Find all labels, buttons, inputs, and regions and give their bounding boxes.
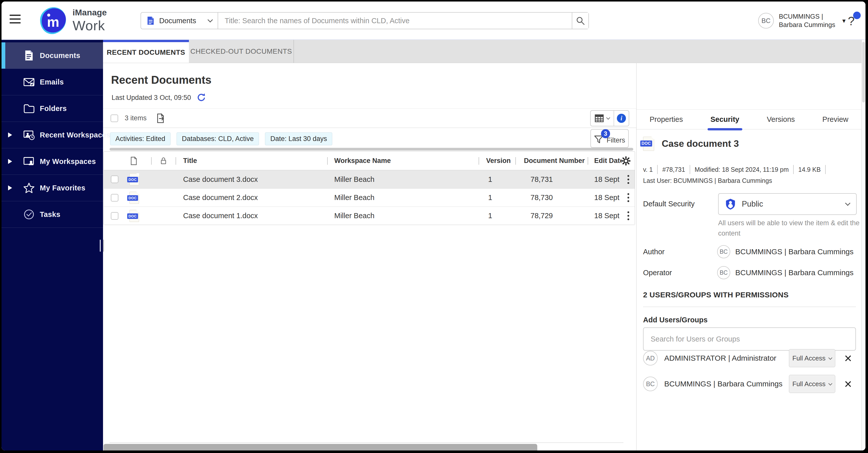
search-scope-select[interactable]: Documents	[141, 12, 218, 29]
filter-chip-date[interactable]: Date: Last 30 days	[265, 133, 332, 145]
sidebar-item-tasks[interactable]: Tasks	[1, 201, 103, 228]
brand-work: Work	[72, 19, 107, 32]
panel-resize-handle[interactable]	[100, 239, 104, 252]
sidebar-item-my-favorites[interactable]: My Favorites	[1, 175, 103, 201]
cell-title[interactable]: Case document 3.docx	[176, 175, 327, 183]
row-menu-kebab-icon[interactable]	[627, 193, 629, 202]
last-updated-text: Last Updated 3 Oct, 09:50	[112, 94, 191, 102]
app-window: m iManage Work Documents	[1, 1, 866, 451]
operator-row: Operator BC BCUMMINGS | Barbara Cummings	[643, 265, 857, 280]
tab-properties[interactable]: Properties	[650, 110, 683, 129]
cell-edit-date: 18 Sept 2024, 11:19 pm	[588, 211, 621, 220]
table-top-scrollbar[interactable]	[110, 148, 633, 150]
tab-versions[interactable]: Versions	[767, 110, 795, 129]
sidebar-item-label: Tasks	[40, 210, 60, 219]
row-menu-kebab-icon[interactable]	[627, 211, 629, 220]
user-name-line1: BCUMMINGS |	[779, 12, 835, 21]
cell-title[interactable]: Case document 1.docx	[176, 211, 327, 220]
filter-chip-databases[interactable]: Databases: CLD, Active	[177, 133, 259, 145]
export-button[interactable]	[156, 113, 166, 123]
shield-user-icon	[725, 198, 736, 210]
table-row[interactable]: DOC Case document 3.docx Miller Beach 1 …	[104, 170, 635, 189]
header-workspace-name[interactable]: Workspace Name	[327, 151, 478, 170]
panel-tabs: Properties Security Versions Preview	[637, 110, 862, 130]
tab-strip: RECENT DOCUMENTS CHECKED-OUT DOCUMENTS	[103, 40, 862, 63]
search-scope-label: Documents	[159, 17, 203, 25]
remove-permission-button[interactable]: ×	[844, 351, 852, 365]
details-panel: Properties Security Versions Preview DOC…	[636, 63, 862, 451]
sidebar-item-label: Emails	[40, 78, 64, 86]
close-icon: ×	[844, 351, 852, 366]
search-input[interactable]	[218, 12, 572, 29]
hamburger-menu-icon[interactable]	[9, 15, 21, 24]
document-icon	[147, 16, 154, 25]
cell-edit-date: 18 Sept 2024, 11:19 pm	[588, 175, 621, 183]
access-level-value: Full Access	[793, 355, 826, 362]
row-select-cell: DOC	[104, 189, 151, 206]
documents-icon	[23, 50, 35, 61]
info-button[interactable]: i	[614, 114, 629, 123]
row-checkbox[interactable]	[111, 194, 118, 201]
vertical-scrollbar[interactable]	[862, 40, 866, 451]
expand-arrow-icon[interactable]	[8, 159, 12, 164]
default-security-select[interactable]: Public	[718, 193, 857, 215]
sidebar-item-label: My Workspaces	[40, 158, 96, 166]
tab-preview[interactable]: Preview	[823, 110, 848, 129]
doc-type-badge: DOC	[127, 195, 138, 201]
notification-dot	[853, 11, 861, 19]
list-toolbar: 3 items i	[103, 109, 636, 128]
header-settings[interactable]	[621, 151, 635, 170]
chevron-down-icon	[829, 356, 833, 360]
row-checkbox[interactable]	[111, 212, 118, 220]
horizontal-scrollbar-thumb[interactable]	[103, 444, 537, 451]
header-edit-date[interactable]: Edit Date	[588, 151, 621, 170]
table-row[interactable]: DOC Case document 2.docx Miller Beach 1 …	[104, 189, 635, 206]
header-version[interactable]: Version	[478, 151, 515, 170]
lock-icon	[160, 157, 167, 165]
sidebar-item-label: Folders	[40, 105, 67, 113]
recent-workspaces-icon	[23, 129, 35, 141]
doc-type-badge: DOC	[127, 177, 138, 182]
access-level-select[interactable]: Full Access	[789, 375, 835, 393]
imanage-logo-icon: m	[39, 6, 67, 35]
remove-permission-button[interactable]: ×	[844, 377, 852, 391]
help-button[interactable]: ?	[848, 14, 855, 28]
tab-security[interactable]: Security	[711, 110, 739, 129]
table-view-icon	[595, 114, 604, 122]
sidebar-item-my-workspaces[interactable]: My Workspaces	[1, 148, 103, 175]
filter-chip-activities[interactable]: Activities: Edited	[110, 133, 170, 145]
doc-file-icon: DOC	[129, 210, 139, 222]
expand-arrow-icon[interactable]	[8, 133, 12, 138]
user-avatar: BC	[758, 13, 774, 28]
chevron-down-icon	[208, 17, 213, 22]
header-lock[interactable]	[151, 151, 176, 170]
author-label: Author	[643, 248, 717, 256]
filters-button[interactable]: 3 Filters	[590, 129, 629, 148]
row-menu-kebab-icon[interactable]	[627, 175, 629, 184]
users-groups-search-input[interactable]	[643, 328, 856, 350]
refresh-button[interactable]	[196, 93, 206, 103]
search-button[interactable]	[572, 12, 588, 29]
vertical-scrollbar-thumb[interactable]	[862, 42, 865, 103]
tab-recent-documents[interactable]: RECENT DOCUMENTS	[103, 40, 189, 63]
row-select-cell: DOC	[104, 170, 151, 189]
sidebar-item-folders[interactable]: Folders	[1, 95, 103, 122]
sidebar-item-emails[interactable]: Emails	[1, 69, 103, 95]
header-document-number[interactable]: Document Number	[515, 151, 588, 170]
cell-title[interactable]: Case document 2.docx	[176, 194, 327, 202]
cell-version: 1	[478, 211, 515, 220]
header-doc-type[interactable]	[104, 151, 151, 170]
expand-arrow-icon[interactable]	[8, 186, 12, 191]
sidebar-item-recent-workspaces[interactable]: Recent Workspaces	[1, 122, 103, 148]
access-level-select[interactable]: Full Access	[789, 349, 835, 367]
chevron-down-icon	[829, 381, 833, 386]
row-checkbox[interactable]	[111, 175, 118, 183]
sidebar-item-documents[interactable]: Documents	[1, 43, 103, 69]
view-mode-select[interactable]	[591, 111, 614, 126]
user-menu[interactable]: BC BCUMMINGS | Barbara Cummings ▾	[758, 12, 845, 29]
select-all-checkbox[interactable]	[111, 114, 118, 122]
table-row[interactable]: DOC Case document 1.docx Miller Beach 1 …	[104, 206, 635, 225]
last-updated-row: Last Updated 3 Oct, 09:50	[112, 93, 206, 103]
tab-checked-out-documents[interactable]: CHECKED-OUT DOCUMENTS	[189, 40, 294, 63]
header-title[interactable]: Title	[176, 151, 327, 170]
